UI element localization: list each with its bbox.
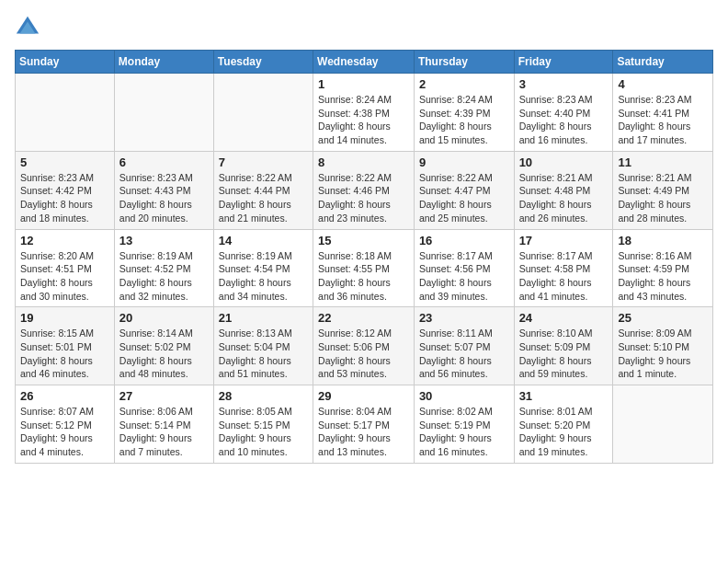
- calendar-cell: 23Sunrise: 8:11 AM Sunset: 5:07 PM Dayli…: [414, 307, 514, 385]
- calendar-cell: [16, 74, 115, 152]
- calendar-cell: 25Sunrise: 8:09 AM Sunset: 5:10 PM Dayli…: [613, 307, 713, 385]
- day-number: 30: [419, 389, 509, 403]
- calendar-cell: 30Sunrise: 8:02 AM Sunset: 5:19 PM Dayli…: [414, 385, 514, 464]
- calendar-cell: [213, 74, 313, 152]
- day-info: Sunrise: 8:23 AM Sunset: 4:40 PM Dayligh…: [519, 93, 609, 147]
- dow-header: Friday: [514, 51, 613, 74]
- day-number: 24: [519, 311, 609, 325]
- calendar-cell: [114, 74, 213, 152]
- day-info: Sunrise: 8:19 AM Sunset: 4:52 PM Dayligh…: [119, 249, 209, 304]
- day-number: 21: [219, 311, 308, 325]
- calendar-cell: 29Sunrise: 8:04 AM Sunset: 5:17 PM Dayli…: [313, 385, 415, 464]
- day-info: Sunrise: 8:23 AM Sunset: 4:43 PM Dayligh…: [119, 171, 209, 225]
- calendar-cell: 5Sunrise: 8:23 AM Sunset: 4:42 PM Daylig…: [16, 151, 115, 229]
- dow-header: Monday: [114, 51, 213, 74]
- calendar-table: SundayMondayTuesdayWednesdayThursdayFrid…: [15, 50, 713, 464]
- day-number: 22: [318, 311, 409, 325]
- calendar-cell: 3Sunrise: 8:23 AM Sunset: 4:40 PM Daylig…: [514, 74, 613, 152]
- day-info: Sunrise: 8:07 AM Sunset: 5:12 PM Dayligh…: [20, 405, 109, 459]
- day-number: 5: [20, 155, 109, 169]
- day-number: 29: [318, 389, 409, 403]
- day-number: 3: [519, 77, 609, 91]
- day-info: Sunrise: 8:13 AM Sunset: 5:04 PM Dayligh…: [219, 327, 308, 381]
- day-number: 17: [519, 234, 609, 247]
- day-info: Sunrise: 8:10 AM Sunset: 5:09 PM Dayligh…: [519, 327, 609, 381]
- day-number: 1: [318, 77, 409, 91]
- calendar-body: 1Sunrise: 8:24 AM Sunset: 4:38 PM Daylig…: [16, 74, 713, 464]
- dow-header: Sunday: [16, 51, 115, 74]
- day-number: 16: [419, 234, 509, 247]
- day-number: 12: [20, 234, 109, 247]
- day-number: 15: [318, 234, 409, 247]
- day-info: Sunrise: 8:02 AM Sunset: 5:19 PM Dayligh…: [419, 405, 509, 459]
- day-number: 19: [20, 311, 109, 325]
- day-info: Sunrise: 8:22 AM Sunset: 4:47 PM Dayligh…: [419, 171, 509, 225]
- day-number: 14: [219, 234, 308, 247]
- day-number: 10: [519, 155, 609, 169]
- calendar-cell: 19Sunrise: 8:15 AM Sunset: 5:01 PM Dayli…: [16, 307, 115, 385]
- day-info: Sunrise: 8:21 AM Sunset: 4:48 PM Dayligh…: [519, 171, 609, 225]
- calendar-cell: 10Sunrise: 8:21 AM Sunset: 4:48 PM Dayli…: [514, 151, 613, 229]
- day-info: Sunrise: 8:24 AM Sunset: 4:38 PM Dayligh…: [318, 93, 409, 147]
- calendar-cell: 17Sunrise: 8:17 AM Sunset: 4:58 PM Dayli…: [514, 229, 613, 307]
- calendar-cell: 2Sunrise: 8:24 AM Sunset: 4:39 PM Daylig…: [414, 74, 514, 152]
- calendar-cell: 20Sunrise: 8:14 AM Sunset: 5:02 PM Dayli…: [114, 307, 213, 385]
- day-number: 13: [119, 234, 209, 247]
- header: [15, 15, 713, 40]
- day-number: 31: [519, 389, 609, 403]
- calendar-week-row: 26Sunrise: 8:07 AM Sunset: 5:12 PM Dayli…: [16, 385, 713, 464]
- calendar-cell: 21Sunrise: 8:13 AM Sunset: 5:04 PM Dayli…: [213, 307, 313, 385]
- day-info: Sunrise: 8:15 AM Sunset: 5:01 PM Dayligh…: [20, 327, 109, 381]
- day-number: 25: [618, 311, 708, 325]
- days-of-week-row: SundayMondayTuesdayWednesdayThursdayFrid…: [16, 51, 713, 74]
- day-info: Sunrise: 8:11 AM Sunset: 5:07 PM Dayligh…: [419, 327, 509, 381]
- logo: [15, 15, 44, 40]
- calendar-cell: 7Sunrise: 8:22 AM Sunset: 4:44 PM Daylig…: [213, 151, 313, 229]
- calendar-cell: 31Sunrise: 8:01 AM Sunset: 5:20 PM Dayli…: [514, 385, 613, 464]
- dow-header: Thursday: [414, 51, 514, 74]
- calendar-cell: 27Sunrise: 8:06 AM Sunset: 5:14 PM Dayli…: [114, 385, 213, 464]
- day-number: 9: [419, 155, 509, 169]
- calendar-cell: 11Sunrise: 8:21 AM Sunset: 4:49 PM Dayli…: [613, 151, 713, 229]
- day-info: Sunrise: 8:20 AM Sunset: 4:51 PM Dayligh…: [20, 249, 109, 304]
- calendar-week-row: 19Sunrise: 8:15 AM Sunset: 5:01 PM Dayli…: [16, 307, 713, 385]
- day-number: 4: [618, 77, 708, 91]
- calendar-cell: 22Sunrise: 8:12 AM Sunset: 5:06 PM Dayli…: [313, 307, 415, 385]
- day-info: Sunrise: 8:17 AM Sunset: 4:58 PM Dayligh…: [519, 249, 609, 304]
- day-info: Sunrise: 8:16 AM Sunset: 4:59 PM Dayligh…: [618, 249, 708, 304]
- dow-header: Tuesday: [213, 51, 313, 74]
- calendar-cell: 13Sunrise: 8:19 AM Sunset: 4:52 PM Dayli…: [114, 229, 213, 307]
- day-number: 26: [20, 389, 109, 403]
- day-number: 20: [119, 311, 209, 325]
- day-number: 18: [618, 234, 708, 247]
- dow-header: Saturday: [613, 51, 713, 74]
- day-number: 27: [119, 389, 209, 403]
- calendar-cell: 16Sunrise: 8:17 AM Sunset: 4:56 PM Dayli…: [414, 229, 514, 307]
- day-number: 2: [419, 77, 509, 91]
- day-number: 7: [219, 155, 308, 169]
- dow-header: Wednesday: [313, 51, 415, 74]
- calendar-cell: 28Sunrise: 8:05 AM Sunset: 5:15 PM Dayli…: [213, 385, 313, 464]
- day-info: Sunrise: 8:23 AM Sunset: 4:42 PM Dayligh…: [20, 171, 109, 225]
- calendar-cell: 6Sunrise: 8:23 AM Sunset: 4:43 PM Daylig…: [114, 151, 213, 229]
- day-info: Sunrise: 8:19 AM Sunset: 4:54 PM Dayligh…: [219, 249, 308, 304]
- calendar-week-row: 12Sunrise: 8:20 AM Sunset: 4:51 PM Dayli…: [16, 229, 713, 307]
- calendar-cell: 8Sunrise: 8:22 AM Sunset: 4:46 PM Daylig…: [313, 151, 415, 229]
- day-number: 28: [219, 389, 308, 403]
- calendar-week-row: 1Sunrise: 8:24 AM Sunset: 4:38 PM Daylig…: [16, 74, 713, 152]
- day-number: 8: [318, 155, 409, 169]
- calendar-cell: 9Sunrise: 8:22 AM Sunset: 4:47 PM Daylig…: [414, 151, 514, 229]
- day-info: Sunrise: 8:18 AM Sunset: 4:55 PM Dayligh…: [318, 249, 409, 304]
- calendar-cell: 4Sunrise: 8:23 AM Sunset: 4:41 PM Daylig…: [613, 74, 713, 152]
- calendar-cell: 1Sunrise: 8:24 AM Sunset: 4:38 PM Daylig…: [313, 74, 415, 152]
- calendar-cell: 24Sunrise: 8:10 AM Sunset: 5:09 PM Dayli…: [514, 307, 613, 385]
- day-info: Sunrise: 8:17 AM Sunset: 4:56 PM Dayligh…: [419, 249, 509, 304]
- calendar-cell: 14Sunrise: 8:19 AM Sunset: 4:54 PM Dayli…: [213, 229, 313, 307]
- day-info: Sunrise: 8:05 AM Sunset: 5:15 PM Dayligh…: [219, 405, 308, 459]
- day-info: Sunrise: 8:01 AM Sunset: 5:20 PM Dayligh…: [519, 405, 609, 459]
- calendar-cell: [613, 385, 713, 464]
- calendar-cell: 26Sunrise: 8:07 AM Sunset: 5:12 PM Dayli…: [16, 385, 115, 464]
- day-info: Sunrise: 8:24 AM Sunset: 4:39 PM Dayligh…: [419, 93, 509, 147]
- day-number: 6: [119, 155, 209, 169]
- calendar-cell: 15Sunrise: 8:18 AM Sunset: 4:55 PM Dayli…: [313, 229, 415, 307]
